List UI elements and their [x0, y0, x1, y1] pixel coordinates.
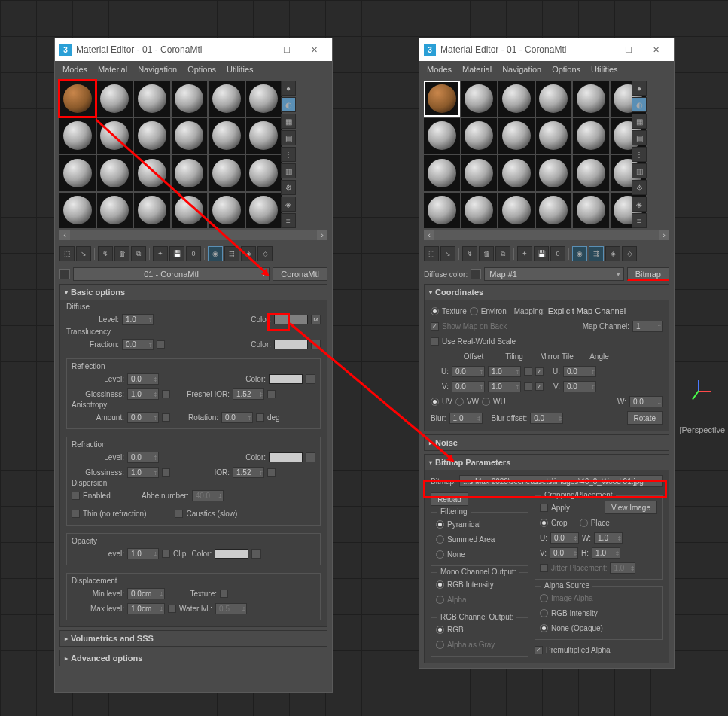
sample-scrollbar[interactable]: [59, 230, 327, 240]
uv-tile-icon[interactable]: ▤: [632, 130, 647, 145]
reflection-gloss-spinner[interactable]: 1.0: [127, 388, 159, 400]
menu-modes[interactable]: Modes: [58, 63, 92, 75]
assign-icon[interactable]: ↯: [98, 246, 113, 261]
menu-utilities[interactable]: Utilities: [586, 63, 622, 75]
refraction-map-button[interactable]: [306, 452, 315, 462]
anisotropy-checkbox[interactable]: [162, 413, 170, 422]
refraction-color-swatch[interactable]: [269, 452, 303, 462]
sample-slot[interactable]: [209, 81, 245, 117]
apply-crop-checkbox[interactable]: [540, 504, 548, 512]
rotate-button[interactable]: Rotate: [627, 411, 663, 425]
sample-slot[interactable]: [424, 118, 460, 154]
image-alpha-radio[interactable]: [540, 594, 548, 602]
diffuse-level-spinner[interactable]: 1.0: [122, 314, 154, 325]
sample-slot[interactable]: [134, 193, 170, 229]
opacity-level-spinner[interactable]: 1.0: [127, 548, 159, 559]
sample-slot[interactable]: [134, 81, 170, 117]
reflection-gloss-checkbox[interactable]: [162, 390, 170, 398]
sample-slot[interactable]: [172, 81, 208, 117]
mapping-dropdown[interactable]: Explicit Map Channel: [548, 306, 663, 315]
uv-radio[interactable]: [431, 398, 439, 406]
delete-icon[interactable]: 🗑: [114, 246, 129, 261]
refraction-gloss-checkbox[interactable]: [162, 468, 170, 477]
sample-slot[interactable]: [59, 81, 96, 117]
u-angle-spinner[interactable]: 0.0: [563, 366, 596, 377]
maximize-button[interactable]: ☐: [615, 41, 642, 59]
put-library-icon[interactable]: 💾: [534, 246, 549, 261]
sample-slot[interactable]: [97, 81, 133, 117]
rgb-out-radio[interactable]: [436, 626, 444, 634]
opacity-color-swatch[interactable]: [215, 549, 248, 559]
reload-button[interactable]: Reload: [431, 492, 468, 506]
translucency-color-swatch[interactable]: [274, 340, 308, 349]
crop-radio[interactable]: [540, 519, 548, 527]
sample-slot[interactable]: [97, 193, 133, 229]
premultiplied-checkbox[interactable]: ✓: [535, 646, 543, 654]
effects-channel-icon[interactable]: 0: [186, 246, 201, 261]
thin-checkbox[interactable]: [72, 510, 80, 518]
v-offset-spinner[interactable]: 0.0: [452, 381, 485, 392]
sample-slot[interactable]: [573, 81, 609, 117]
jitter-spinner[interactable]: 1.0: [610, 562, 635, 574]
sample-slot[interactable]: [573, 155, 609, 191]
bitmap-type-button[interactable]: Bitmap: [627, 267, 669, 281]
filter-none-radio[interactable]: [436, 550, 444, 559]
go-parent-icon[interactable]: ◈: [605, 246, 620, 261]
sample-slot[interactable]: [172, 155, 208, 191]
sample-slot[interactable]: [246, 81, 282, 117]
sample-slot[interactable]: [59, 155, 96, 191]
mono-alpha-radio[interactable]: [436, 596, 444, 604]
sample-slot[interactable]: [461, 155, 498, 191]
texture-radio[interactable]: [431, 307, 439, 315]
put-library-icon[interactable]: 💾: [169, 246, 184, 261]
diffuse-color-swatch[interactable]: [274, 315, 308, 324]
sample-slot[interactable]: [573, 118, 609, 154]
u-tile-checkbox[interactable]: ✓: [535, 367, 544, 376]
sample-slot[interactable]: [424, 81, 460, 117]
real-world-scale-checkbox[interactable]: [431, 337, 439, 346]
reflection-level-spinner[interactable]: 0.0: [127, 373, 159, 385]
go-sibling-icon[interactable]: ◇: [622, 246, 637, 261]
rollout-basic-options[interactable]: ▾Basic options: [60, 285, 327, 300]
sample-scrollbar[interactable]: [424, 230, 669, 240]
u-mirror-checkbox[interactable]: [524, 367, 532, 376]
menu-options[interactable]: Options: [547, 63, 585, 75]
sample-slot[interactable]: [498, 193, 535, 229]
sample-slot[interactable]: [59, 118, 96, 154]
sample-type-icon[interactable]: ●: [632, 81, 647, 96]
preview-icon[interactable]: ▥: [632, 163, 647, 178]
show-end-icon[interactable]: ⇶: [589, 246, 604, 261]
video-check-icon[interactable]: ⋮: [281, 147, 296, 162]
map-channel-spinner[interactable]: 1: [632, 321, 663, 332]
anisotropy-amount-spinner[interactable]: 0.0: [127, 412, 159, 423]
v-angle-spinner[interactable]: 0.0: [563, 381, 596, 392]
crop-h-spinner[interactable]: 1.0: [592, 547, 620, 559]
material-name-dropdown[interactable]: 01 - CoronaMtl: [73, 267, 270, 281]
sample-type-icon[interactable]: ●: [281, 81, 296, 96]
crop-v-spinner[interactable]: 0.0: [550, 547, 578, 559]
dispersion-enabled-checkbox[interactable]: [72, 492, 80, 500]
opacity-map-button[interactable]: [251, 549, 261, 559]
menu-modes[interactable]: Modes: [422, 63, 456, 75]
menu-material[interactable]: Material: [93, 63, 132, 75]
fresnel-checkbox[interactable]: [267, 390, 276, 398]
blur-offset-spinner[interactable]: 0.0: [530, 413, 563, 424]
caustics-checkbox[interactable]: [175, 510, 183, 518]
none-opaque-radio[interactable]: [540, 624, 548, 632]
effects-channel-icon[interactable]: 0: [550, 246, 565, 261]
opacity-clip-checkbox[interactable]: [162, 550, 170, 558]
titlebar-left[interactable]: 3 Material Editor - 01 - CoronaMtl ─ ☐ ✕: [55, 38, 332, 61]
show-map-icon[interactable]: ◉: [208, 246, 223, 261]
translucency-checkbox[interactable]: [157, 340, 165, 349]
uv-tile-icon[interactable]: ▤: [281, 130, 296, 145]
minimize-button[interactable]: ─: [588, 41, 615, 59]
map-name-dropdown[interactable]: Map #1: [484, 267, 624, 281]
get-material-icon[interactable]: ⬚: [59, 246, 75, 261]
show-map-icon[interactable]: ◉: [572, 246, 587, 261]
close-button[interactable]: ✕: [642, 41, 669, 59]
u-tiling-spinner[interactable]: 1.0: [488, 366, 521, 377]
copy-icon[interactable]: ⧉: [131, 246, 146, 261]
sample-slot[interactable]: [97, 118, 133, 154]
pick-material-icon[interactable]: [471, 269, 481, 279]
sample-slot[interactable]: [246, 118, 282, 154]
